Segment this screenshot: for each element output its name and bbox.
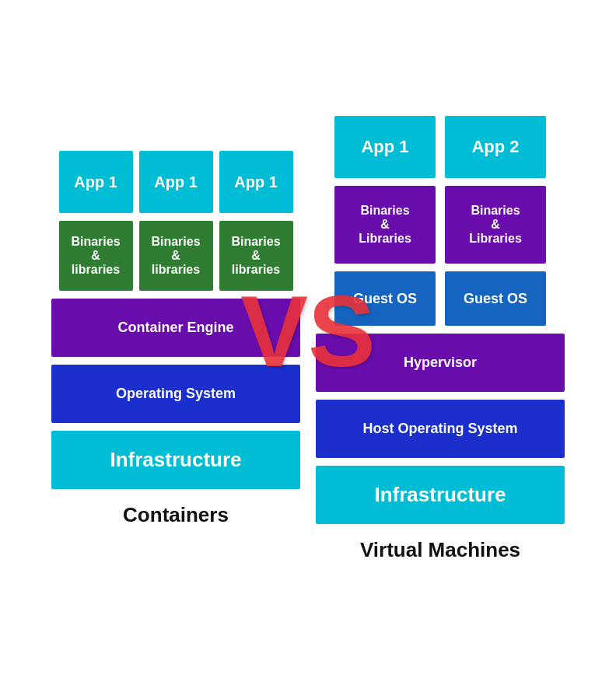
container-infra-box: Infrastructure [51, 431, 300, 489]
container-bins-2: Binaries&libraries [139, 221, 213, 291]
container-app-3: App 1 [219, 151, 293, 213]
vms-apps-row: App 1 App 2 [316, 116, 565, 178]
vm-guestos-1: Guest OS [334, 271, 436, 326]
vm-infra-box: Infrastructure [316, 466, 565, 524]
vms-title: Virtual Machines [360, 538, 520, 562]
container-app-2: App 1 [139, 151, 213, 213]
hypervisor-box: Hypervisor [316, 334, 565, 392]
containers-column: App 1 App 1 App 1 Binaries&libraries Bin… [44, 135, 308, 543]
vms-guestos-row: Guest OS Guest OS [316, 271, 565, 326]
vm-app-1: App 1 [334, 116, 436, 178]
container-engine-box: Container Engine [51, 299, 300, 357]
container-os-box: Operating System [51, 365, 300, 423]
containers-title: Containers [123, 503, 229, 527]
container-bins-3: Binaries&libraries [219, 221, 293, 291]
container-bins-1: Binaries&libraries [59, 221, 133, 291]
vms-bins-row: Binaries&Libraries Binaries&Libraries [316, 186, 565, 264]
container-app-1: App 1 [59, 151, 133, 213]
containers-bins-row: Binaries&libraries Binaries&libraries Bi… [51, 221, 300, 291]
containers-apps-row: App 1 App 1 App 1 [51, 151, 300, 213]
main-container: VS App 1 App 1 App 1 Binaries&libraries … [0, 0, 616, 678]
vm-bins-2: Binaries&Libraries [445, 186, 546, 264]
vm-hostos-box: Host Operating System [316, 400, 565, 458]
vms-column: App 1 App 2 Binaries&Libraries Binaries&… [308, 100, 572, 578]
vm-app-2: App 2 [445, 116, 546, 178]
vm-guestos-2: Guest OS [445, 271, 546, 326]
vm-bins-1: Binaries&Libraries [334, 186, 436, 264]
